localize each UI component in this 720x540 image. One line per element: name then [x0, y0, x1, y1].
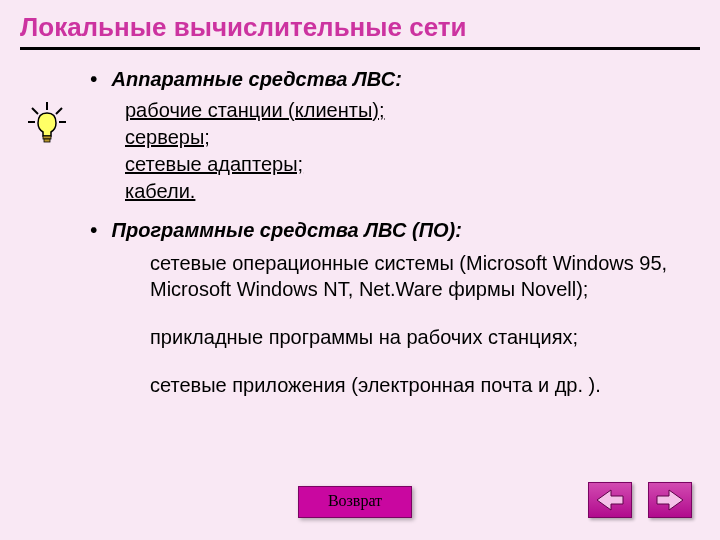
content-area: • Аппаратные средства ЛВС: рабочие станц… — [0, 68, 720, 398]
svg-rect-6 — [44, 139, 50, 142]
arrow-left-icon — [595, 487, 625, 513]
list-item: сетевые приложения (электронная почта и … — [150, 372, 680, 398]
page-title: Локальные вычислительные сети — [0, 0, 720, 47]
title-divider — [20, 47, 700, 50]
lightbulb-icon — [24, 100, 70, 146]
svg-line-1 — [32, 108, 38, 114]
section-heading-hardware-text: Аппаратные средства ЛВС: — [112, 68, 402, 90]
svg-marker-8 — [657, 490, 683, 510]
arrow-right-icon — [655, 487, 685, 513]
section-heading-hardware: • Аппаратные средства ЛВС: — [90, 68, 720, 91]
list-item[interactable]: рабочие станции (клиенты); — [125, 97, 720, 124]
return-button[interactable]: Возврат — [298, 486, 412, 518]
software-list: сетевые операционные системы (Microsoft … — [150, 250, 680, 398]
section-heading-software: • Программные средства ЛВС (ПО): — [90, 219, 720, 242]
list-item[interactable]: сетевые адаптеры; — [125, 151, 720, 178]
section-heading-software-text: Программные средства ЛВС (ПО): — [112, 219, 462, 241]
bullet-glyph: • — [90, 68, 106, 91]
svg-line-2 — [56, 108, 62, 114]
svg-rect-5 — [43, 136, 51, 139]
list-item[interactable]: серверы; — [125, 124, 720, 151]
svg-marker-7 — [597, 490, 623, 510]
next-button[interactable] — [648, 482, 692, 518]
bullet-glyph: • — [90, 219, 106, 242]
list-item: сетевые операционные системы (Microsoft … — [150, 250, 680, 302]
list-item: прикладные программы на рабочих станциях… — [150, 324, 680, 350]
nav-buttons — [588, 482, 692, 518]
hardware-list: рабочие станции (клиенты); серверы; сете… — [125, 97, 720, 205]
prev-button[interactable] — [588, 482, 632, 518]
list-item[interactable]: кабели. — [125, 178, 720, 205]
